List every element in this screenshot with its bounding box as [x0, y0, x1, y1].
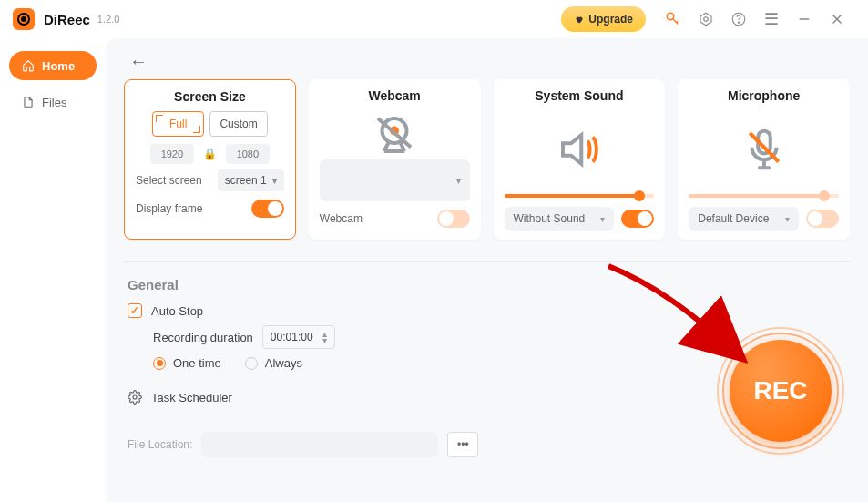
sidebar: Home Files — [0, 38, 106, 502]
screen-full-button[interactable]: Full — [152, 111, 204, 137]
svg-point-4 — [738, 22, 739, 23]
screen-width-field[interactable]: 1920 — [150, 144, 194, 164]
screen-title: Screen Size — [136, 89, 284, 104]
mic-slider[interactable] — [689, 194, 839, 198]
file-location-field[interactable] — [201, 432, 438, 457]
gear-icon — [128, 390, 142, 405]
svg-point-13 — [133, 395, 137, 399]
settings-icon[interactable] — [696, 9, 716, 29]
card-system-sound[interactable]: System Sound Without Sound ▾ — [494, 79, 666, 240]
onetime-radio[interactable] — [153, 357, 166, 370]
files-icon — [22, 96, 35, 108]
crown-icon — [574, 14, 585, 25]
speaker-icon — [555, 125, 604, 174]
sidebar-files-label: Files — [42, 96, 66, 109]
svg-marker-1 — [700, 13, 711, 26]
sound-slider[interactable] — [505, 194, 655, 198]
autostop-label: Auto Stop — [151, 304, 203, 318]
webcam-off-icon — [370, 110, 419, 159]
chevron-down-icon: ▾ — [456, 176, 461, 186]
sidebar-home-label: Home — [42, 59, 75, 73]
screen-select[interactable]: screen 1▾ — [218, 169, 284, 191]
screen-height-field[interactable]: 1080 — [226, 144, 270, 164]
file-location-label: File Location: — [128, 438, 192, 451]
svg-point-2 — [704, 17, 709, 22]
close-button[interactable] — [827, 9, 847, 29]
content-pane: ← Screen Size Full Custom 1920 🔒 1080 Se… — [106, 38, 868, 502]
chevron-down-icon: ▾ — [785, 214, 790, 224]
svg-line-12 — [750, 133, 779, 162]
display-frame-toggle[interactable] — [251, 200, 284, 218]
onetime-label: One time — [173, 356, 221, 370]
duration-label: Recording duration — [153, 331, 253, 344]
app-name: DiReec — [44, 12, 90, 27]
mic-off-icon — [740, 125, 789, 174]
upgrade-label: Upgrade — [588, 13, 633, 26]
general-heading: General — [128, 277, 850, 292]
divider — [124, 261, 850, 262]
webcam-title: Webcam — [320, 88, 470, 103]
sound-title: System Sound — [505, 88, 655, 103]
browse-button[interactable]: ••• — [447, 432, 478, 457]
webcam-toggle[interactable] — [437, 210, 470, 228]
select-screen-label: Select screen — [136, 174, 212, 187]
duration-field[interactable]: 00:01:00 ▴▾ — [262, 325, 335, 349]
mic-toggle[interactable] — [806, 210, 839, 228]
display-frame-label: Display frame — [136, 202, 244, 215]
menu-icon[interactable]: ☰ — [761, 9, 781, 29]
mic-title: Microphone — [689, 88, 839, 103]
chevron-down-icon: ▾ — [600, 214, 605, 224]
card-webcam[interactable]: Webcam ▾ Webcam — [309, 79, 481, 240]
sound-toggle[interactable] — [621, 210, 654, 228]
screen-custom-button[interactable]: Custom — [209, 111, 267, 137]
titlebar: DiReec 1.2.0 Upgrade ☰ — [0, 0, 868, 38]
card-microphone[interactable]: Microphone Default Device ▾ — [678, 79, 850, 240]
upgrade-button[interactable]: Upgrade — [561, 6, 646, 32]
stepper-icon[interactable]: ▴▾ — [322, 331, 327, 343]
task-scheduler-label[interactable]: Task Scheduler — [151, 391, 232, 405]
home-icon — [22, 59, 35, 72]
back-button[interactable]: ← — [129, 51, 148, 72]
chevron-down-icon: ▾ — [272, 176, 277, 186]
minimize-button[interactable] — [794, 9, 814, 29]
sidebar-item-home[interactable]: Home — [9, 51, 97, 80]
sidebar-item-files[interactable]: Files — [9, 87, 97, 117]
key-icon[interactable] — [663, 9, 683, 29]
app-logo — [13, 8, 35, 30]
webcam-label: Webcam — [320, 212, 430, 225]
app-version: 1.2.0 — [97, 14, 119, 25]
always-label: Always — [265, 356, 302, 370]
autostop-checkbox[interactable] — [128, 303, 142, 318]
mic-select[interactable]: Default Device ▾ — [689, 207, 799, 231]
card-screen-size[interactable]: Screen Size Full Custom 1920 🔒 1080 Sele… — [124, 79, 296, 240]
rec-button-wrap: REC — [717, 327, 844, 455]
webcam-select[interactable]: ▾ — [320, 159, 470, 201]
lock-icon[interactable]: 🔒 — [203, 148, 217, 160]
always-radio[interactable] — [245, 357, 258, 370]
help-icon[interactable] — [729, 9, 749, 29]
sound-select[interactable]: Without Sound ▾ — [505, 207, 615, 231]
